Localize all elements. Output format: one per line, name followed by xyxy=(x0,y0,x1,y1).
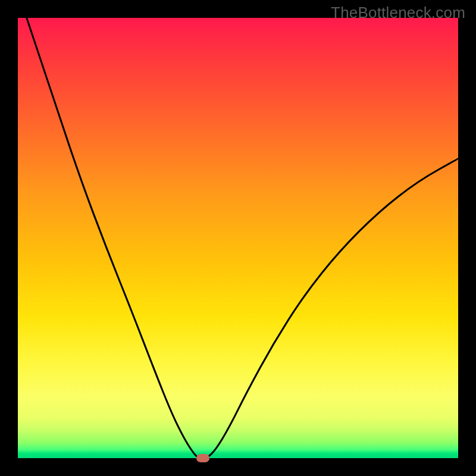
chart-container: TheBottleneck.com xyxy=(0,0,476,476)
optimal-point-marker xyxy=(196,454,209,462)
plot-area xyxy=(18,18,458,458)
bottleneck-curve-path xyxy=(27,18,458,458)
watermark-text: TheBottleneck.com xyxy=(331,4,465,22)
curve-svg xyxy=(18,18,458,458)
